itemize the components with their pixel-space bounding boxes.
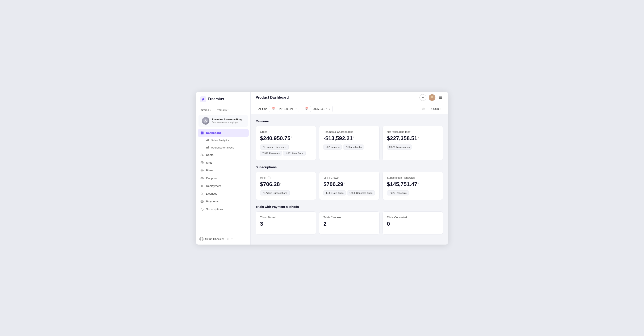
mrr-growth-value: $706.29 * — [324, 181, 375, 187]
close-setup-icon[interactable]: ✕ — [227, 238, 229, 241]
date-separator: - — [301, 107, 304, 111]
top-bar: Product Dashboard + ☰ — [250, 92, 448, 104]
sidebar: Freemius Stores ▾ Products ▾ — [196, 92, 250, 245]
svg-rect-7 — [206, 140, 207, 141]
sidebar-item-coupons[interactable]: Coupons — [198, 174, 249, 182]
coupons-icon — [200, 176, 204, 180]
bar-chart-icon — [206, 139, 209, 142]
mrr-card: MRR i $706.28 * 73 Active Subscriptions — [256, 172, 316, 200]
revenue-section: Revenue Gross $240,950.75 * 77 Lifetime … — [256, 119, 443, 160]
sidebar-bottom: Setup Checklist ✕ ⤴ — [196, 235, 250, 245]
payments-label: Payments — [206, 200, 219, 203]
plugin-slug: freemius-awesome-plugin — [212, 121, 244, 124]
mrr-growth-asterisk: * — [344, 182, 345, 185]
mrr-growth-card: MRR Growth $706.29 * 1,881 New Subs 1,92… — [319, 172, 380, 200]
trials-title-underline: with — [265, 205, 271, 208]
sub-renewals-label: Subscription Renewals — [387, 176, 438, 179]
tag-chargebacks: 7 Chargebacks — [343, 145, 364, 150]
trials-converted-label: Trials Converted — [387, 216, 438, 219]
sidebar-item-audience-analytics[interactable]: Audience Analytics — [198, 144, 249, 151]
revenue-cards-grid: Gross $240,950.75 * 77 Lifetime Purchase… — [256, 126, 443, 160]
tag-refunds: 287 Refunds — [324, 145, 342, 150]
trials-section-title: Trials with Payment Methods — [256, 205, 443, 208]
coupons-label: Coupons — [206, 176, 218, 180]
page-title: Product Dashboard — [256, 95, 289, 100]
sites-label: Sites — [206, 161, 212, 164]
svg-point-19 — [202, 178, 203, 178]
trials-canceled-card: Trials Canceled 2 — [319, 211, 380, 234]
logo-text: Freemius — [208, 97, 224, 101]
svg-rect-21 — [201, 200, 204, 202]
plugin-name: Freemius Awesome Plug... — [212, 118, 244, 121]
sidebar-item-payments[interactable]: Payments — [198, 198, 249, 205]
add-button[interactable]: + — [420, 94, 426, 101]
tag-renewals: 7,322 Renewals — [260, 151, 282, 156]
stores-chevron-icon: ▾ — [210, 109, 211, 111]
gross-label: Gross — [260, 130, 312, 133]
currency-chevron: ▾ — [440, 108, 441, 110]
audience-analytics-label: Audience Analytics — [211, 146, 234, 149]
subscriptions-section-title: Subscriptions — [256, 165, 443, 169]
hamburger-icon[interactable]: ☰ — [438, 94, 443, 101]
sidebar-item-licenses[interactable]: Licenses — [198, 190, 249, 197]
svg-point-13 — [201, 154, 202, 155]
users-icon — [200, 153, 204, 157]
sidebar-item-users[interactable]: Users — [198, 151, 249, 159]
date-start-chevron: ▾ — [296, 108, 296, 110]
currency-selector[interactable]: FX-USD ▾ — [427, 107, 443, 111]
tag-active-subs: 73 Active Subscriptions — [260, 190, 290, 195]
sidebar-item-sites[interactable]: Sites — [198, 159, 249, 167]
currency-label: FX-USD — [429, 107, 439, 111]
stores-dropdown[interactable]: Stores ▾ — [199, 108, 212, 112]
sidebar-item-sales-analytics[interactable]: Sales Analytics — [198, 137, 249, 144]
freemius-logo-icon — [200, 96, 206, 102]
tag-new-subs: 1,881 New Subs — [283, 151, 306, 156]
tag-lifetime-purchases: 77 Lifetime Purchases — [260, 145, 288, 150]
date-end-value: 2025-04-07 — [313, 107, 327, 111]
svg-point-20 — [201, 193, 202, 194]
mrr-asterisk: * — [280, 182, 281, 185]
tag-new-subs-growth: 1,881 New Subs — [324, 190, 346, 195]
sub-renewals-card: Subscription Renewals $145,751.47 * 7,32… — [382, 172, 443, 200]
sub-renewals-tags: 7,322 Renewals — [387, 190, 438, 195]
share-icon[interactable]: ⤴ — [231, 238, 232, 241]
products-dropdown[interactable]: Products ▾ — [214, 108, 230, 112]
sub-renewals-value: $145,751.47 * — [387, 181, 438, 187]
svg-rect-6 — [202, 133, 204, 135]
svg-rect-23 — [201, 202, 202, 202]
setup-checklist-label: Setup Checklist — [205, 237, 224, 241]
mrr-label: MRR i — [260, 176, 312, 179]
setup-checklist-icon — [199, 237, 204, 241]
trials-title-suffix: Payment Methods — [271, 205, 299, 208]
date-start-picker[interactable]: 2015-08-21 ▾ — [277, 106, 299, 112]
subscriptions-label: Subscriptions — [206, 208, 223, 211]
sidebar-item-subscriptions[interactable]: Subscriptions — [198, 205, 249, 213]
svg-rect-11 — [207, 147, 208, 149]
plugin-entry[interactable]: Freemius Awesome Plug... freemius-awesom… — [198, 115, 248, 127]
gross-tags: 77 Lifetime Purchases 7,322 Renewals 1,8… — [260, 145, 312, 156]
sidebar-item-deployment[interactable]: Deployment — [198, 182, 249, 190]
refunds-value: -$13,592.21 * — [324, 135, 375, 142]
svg-point-14 — [202, 154, 203, 155]
setup-checklist-item[interactable]: Setup Checklist — [199, 237, 224, 241]
main-content: Product Dashboard + ☰ All time — [250, 92, 448, 245]
net-asterisk: * — [418, 136, 419, 139]
svg-rect-12 — [208, 146, 209, 149]
sidebar-nav-dropdowns: Stores ▾ Products ▾ — [196, 106, 250, 115]
user-avatar[interactable] — [429, 94, 436, 101]
currency-info-icon: ⓘ — [422, 107, 425, 111]
revenue-section-title: Revenue — [256, 119, 443, 123]
mrr-value: $706.28 * — [260, 181, 312, 187]
users-label: Users — [206, 153, 214, 157]
svg-rect-3 — [200, 132, 202, 133]
sidebar-item-plans[interactable]: Plans — [198, 167, 249, 174]
gross-value: $240,950.75 * — [260, 135, 312, 142]
date-end-picker[interactable]: 2025-04-07 ▾ — [310, 106, 333, 112]
tag-canceled-subs: 1,926 Canceled Subs — [347, 190, 375, 195]
net-card: Net (excluding fees) $227,358.51 * 9,574… — [382, 126, 443, 160]
deployment-label: Deployment — [206, 184, 221, 187]
audience-chart-icon — [206, 146, 209, 149]
sidebar-item-dashboard[interactable]: Dashboard — [198, 129, 249, 137]
mrr-growth-tags: 1,881 New Subs 1,926 Canceled Subs — [324, 190, 375, 195]
time-range-select[interactable]: All time — [256, 106, 270, 112]
